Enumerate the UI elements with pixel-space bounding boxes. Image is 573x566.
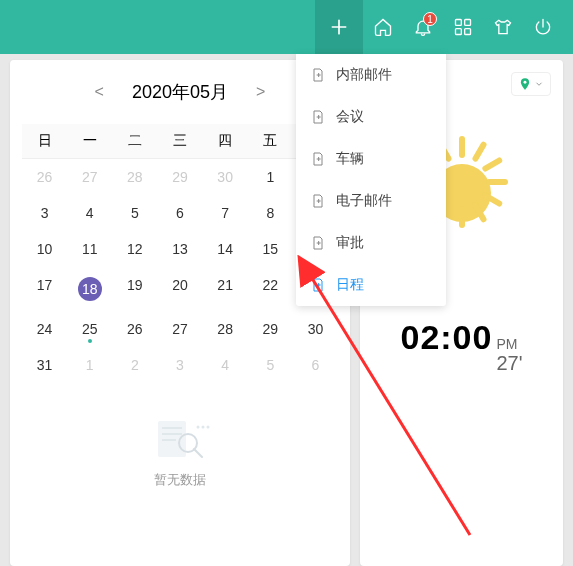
empty-state: 暂无数据: [22, 413, 338, 489]
calendar-day[interactable]: 17: [22, 267, 67, 311]
plus-icon: [329, 17, 349, 37]
calendar-day[interactable]: 29: [248, 311, 293, 347]
calendar-day[interactable]: 19: [112, 267, 157, 311]
calendar-day[interactable]: 25: [67, 311, 112, 347]
new-file-icon: [310, 151, 326, 167]
menu-item-label: 车辆: [336, 150, 364, 168]
new-file-icon: [310, 277, 326, 293]
calendar-day[interactable]: 27: [157, 311, 202, 347]
dow-header: 五: [248, 124, 293, 159]
calendar-day[interactable]: 29: [157, 159, 202, 195]
calendar-day[interactable]: 26: [112, 311, 157, 347]
calendar-day[interactable]: 11: [67, 231, 112, 267]
pin-icon: [518, 77, 532, 91]
menu-item-label: 日程: [336, 276, 364, 294]
calendar-day[interactable]: 30: [203, 159, 248, 195]
time-display: 02:00 PM 27': [360, 318, 563, 374]
notification-button[interactable]: 1: [403, 0, 443, 54]
calendar-day[interactable]: 3: [22, 195, 67, 231]
calendar-day[interactable]: 5: [248, 347, 293, 383]
dow-header: 日: [22, 124, 67, 159]
calendar-day[interactable]: 21: [203, 267, 248, 311]
calendar-day[interactable]: 1: [67, 347, 112, 383]
add-menu-item[interactable]: 电子邮件: [296, 180, 446, 222]
chevron-down-icon: [534, 79, 544, 89]
calendar-day[interactable]: 13: [157, 231, 202, 267]
calendar-day[interactable]: 6: [293, 347, 338, 383]
calendar-day[interactable]: 18: [67, 267, 112, 311]
calendar-header: < 2020年05月 >: [22, 80, 338, 104]
calendar-day[interactable]: 30: [293, 311, 338, 347]
add-menu: 内部邮件会议车辆电子邮件审批日程: [296, 54, 446, 306]
temperature: 27': [496, 352, 522, 374]
apps-button[interactable]: [443, 0, 483, 54]
calendar-day[interactable]: 5: [112, 195, 157, 231]
calendar-day[interactable]: 10: [22, 231, 67, 267]
add-menu-item[interactable]: 日程: [296, 264, 446, 306]
menu-item-label: 会议: [336, 108, 364, 126]
dow-header: 二: [112, 124, 157, 159]
svg-rect-7: [162, 439, 176, 441]
add-button[interactable]: [315, 0, 363, 54]
home-button[interactable]: [363, 0, 403, 54]
dow-header: 四: [203, 124, 248, 159]
menu-item-label: 内部邮件: [336, 66, 392, 84]
calendar-day[interactable]: 8: [248, 195, 293, 231]
add-menu-item[interactable]: 车辆: [296, 138, 446, 180]
top-bar: 1: [0, 0, 573, 54]
svg-rect-3: [465, 29, 471, 35]
new-file-icon: [310, 235, 326, 251]
calendar-day[interactable]: 1: [248, 159, 293, 195]
calendar-day[interactable]: 7: [203, 195, 248, 231]
empty-text: 暂无数据: [22, 471, 338, 489]
calendar-day[interactable]: 2: [112, 347, 157, 383]
svg-line-9: [194, 449, 202, 457]
svg-point-11: [202, 426, 205, 429]
menu-item-label: 审批: [336, 234, 364, 252]
svg-rect-6: [162, 433, 182, 435]
time-meridiem: PM: [496, 337, 522, 352]
calendar-day[interactable]: 28: [112, 159, 157, 195]
dow-header: 一: [67, 124, 112, 159]
svg-point-10: [197, 426, 200, 429]
calendar-grid: 日一二三四五六262728293012345678910111213141516…: [22, 124, 338, 383]
dow-header: 三: [157, 124, 202, 159]
svg-rect-5: [162, 427, 182, 429]
calendar-day[interactable]: 31: [22, 347, 67, 383]
calendar-day[interactable]: 4: [67, 195, 112, 231]
calendar-day[interactable]: 6: [157, 195, 202, 231]
calendar-day[interactable]: 24: [22, 311, 67, 347]
svg-rect-1: [465, 20, 471, 26]
menu-item-label: 电子邮件: [336, 192, 392, 210]
calendar-day[interactable]: 3: [157, 347, 202, 383]
new-file-icon: [310, 67, 326, 83]
grid-icon: [453, 17, 473, 37]
calendar-day[interactable]: 14: [203, 231, 248, 267]
new-file-icon: [310, 193, 326, 209]
calendar-day[interactable]: 28: [203, 311, 248, 347]
calendar-day[interactable]: 27: [67, 159, 112, 195]
empty-icon: [150, 413, 210, 463]
power-icon: [533, 17, 553, 37]
add-menu-item[interactable]: 内部邮件: [296, 54, 446, 96]
location-button[interactable]: [511, 72, 551, 96]
calendar-day[interactable]: 26: [22, 159, 67, 195]
svg-point-13: [524, 81, 527, 84]
calendar-title: 2020年05月: [132, 80, 228, 104]
add-menu-item[interactable]: 审批: [296, 222, 446, 264]
theme-button[interactable]: [483, 0, 523, 54]
add-menu-item[interactable]: 会议: [296, 96, 446, 138]
prev-month-button[interactable]: <: [87, 83, 112, 101]
calendar-day[interactable]: 12: [112, 231, 157, 267]
power-button[interactable]: [523, 0, 563, 54]
home-icon: [373, 17, 393, 37]
time-value: 02:00: [400, 318, 492, 357]
calendar-day[interactable]: 4: [203, 347, 248, 383]
next-month-button[interactable]: >: [248, 83, 273, 101]
notification-badge: 1: [423, 12, 437, 26]
new-file-icon: [310, 109, 326, 125]
calendar-day[interactable]: 22: [248, 267, 293, 311]
calendar-day[interactable]: 15: [248, 231, 293, 267]
calendar-day[interactable]: 20: [157, 267, 202, 311]
svg-rect-0: [456, 20, 462, 26]
